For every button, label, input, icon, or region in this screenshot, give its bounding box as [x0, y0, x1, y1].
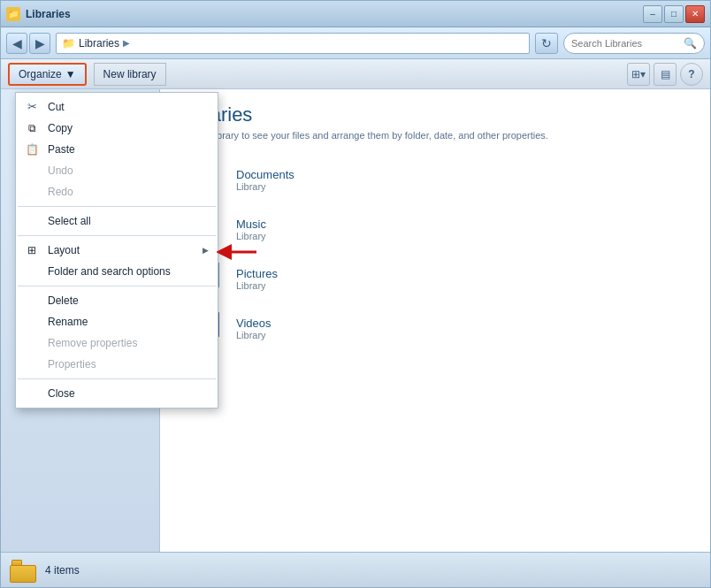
menu-item-copy[interactable]: ⧉ Copy: [16, 118, 218, 139]
menu-item-close[interactable]: Close: [16, 383, 218, 404]
window-icon: 📁: [6, 7, 20, 21]
nav-buttons: ◀ ▶: [6, 33, 50, 54]
menu-item-rename-label: Rename: [48, 316, 88, 328]
status-bar: 4 items: [1, 552, 710, 587]
menu-item-selectall-label: Select all: [48, 215, 91, 227]
menu-separator-2: [18, 235, 216, 236]
menu-item-properties: Properties: [16, 354, 218, 375]
maximize-button[interactable]: □: [664, 5, 684, 23]
close-menu-icon: [25, 386, 39, 401]
documents-name: Documents: [236, 168, 294, 181]
help-button[interactable]: ?: [680, 63, 703, 86]
organize-menu: ✂ Cut ⧉ Copy 📋 Paste Undo Redo: [15, 92, 218, 409]
menu-separator-3: [18, 286, 216, 286]
music-info: Music Library: [236, 218, 266, 241]
search-input[interactable]: [571, 38, 680, 49]
organize-arrow: ▼: [65, 68, 76, 80]
menu-item-removeprops-label: Remove properties: [48, 337, 137, 349]
back-button[interactable]: ◀: [6, 33, 27, 54]
menu-item-delete[interactable]: Delete: [16, 290, 218, 311]
menu-item-folderopts[interactable]: Folder and search options: [16, 261, 218, 282]
path-arrow: ▶: [123, 38, 130, 48]
library-item-documents[interactable]: Documents Library: [178, 158, 692, 201]
menu-item-removeprops: Remove properties: [16, 332, 218, 354]
menu-item-redo-label: Redo: [48, 186, 73, 198]
menu-item-close-label: Close: [48, 387, 75, 400]
menu-item-paste-label: Paste: [48, 143, 75, 156]
pictures-name: Pictures: [236, 267, 278, 280]
library-item-music[interactable]: ♫ Music Library: [178, 208, 692, 250]
properties-icon: [25, 357, 39, 371]
main-panel: Libraries Open a library to see your fil…: [160, 89, 710, 552]
toolbar: Organize ▼ ✂ Cut ⧉ Copy 📋 Paste: [1, 59, 710, 89]
menu-item-properties-label: Properties: [48, 358, 96, 370]
change-view-button[interactable]: ⊞▾: [627, 63, 650, 86]
rename-icon: [25, 315, 39, 329]
path-root: Libraries: [79, 37, 119, 50]
organize-button[interactable]: Organize ▼: [8, 63, 87, 86]
music-type: Library: [236, 231, 266, 241]
library-item-videos[interactable]: Videos Library: [178, 307, 692, 349]
menu-item-cut-label: Cut: [48, 101, 65, 113]
menu-separator-4: [18, 378, 216, 379]
address-bar: ◀ ▶ 📁 Libraries ▶ ↻ 🔍: [1, 27, 710, 59]
status-folder-icon: [10, 558, 36, 583]
toolbar-right: ⊞▾ ▤ ?: [627, 63, 703, 86]
page-subtitle: Open a library to see your files and arr…: [178, 130, 692, 141]
menu-item-undo: Undo: [16, 160, 218, 181]
pictures-info: Pictures Library: [236, 267, 278, 291]
window: 📁 Libraries – □ ✕ ◀ ▶ 📁 Libraries ▶ ↻ 🔍 …: [0, 0, 711, 588]
new-library-button[interactable]: New library: [94, 63, 166, 86]
menu-item-paste[interactable]: 📋 Paste: [16, 139, 218, 160]
documents-type: Library: [236, 181, 294, 192]
selectall-icon: [25, 214, 39, 228]
minimize-button[interactable]: –: [643, 5, 662, 23]
documents-info: Documents Library: [236, 168, 294, 192]
title-bar: 📁 Libraries – □ ✕: [1, 1, 710, 27]
videos-type: Library: [236, 330, 271, 340]
preview-pane-button[interactable]: ▤: [654, 63, 677, 86]
refresh-button[interactable]: ↻: [535, 33, 558, 54]
forward-button[interactable]: ▶: [29, 33, 50, 54]
library-list: Documents Library ♫ Music Library: [178, 158, 692, 349]
pictures-type: Library: [236, 280, 278, 291]
page-title: Libraries: [178, 103, 692, 126]
copy-icon: ⧉: [25, 121, 39, 135]
window-title: Libraries: [26, 8, 71, 20]
search-box[interactable]: 🔍: [563, 33, 705, 54]
menu-item-delete-label: Delete: [48, 294, 79, 307]
organize-label: Organize: [19, 68, 62, 80]
organize-dropdown-wrapper: Organize ▼ ✂ Cut ⧉ Copy 📋 Paste: [8, 63, 87, 86]
menu-item-rename[interactable]: Rename: [16, 311, 218, 332]
search-icon: 🔍: [684, 37, 697, 50]
menu-item-layout-label: Layout: [48, 244, 80, 256]
menu-item-redo: Redo: [16, 181, 218, 202]
menu-item-folderopts-label: Folder and search options: [48, 265, 171, 278]
title-bar-left: 📁 Libraries: [6, 7, 71, 21]
menu-item-undo-label: Undo: [48, 164, 73, 177]
address-path[interactable]: 📁 Libraries ▶: [56, 33, 530, 54]
videos-info: Videos Library: [236, 317, 271, 340]
delete-icon: [25, 294, 39, 308]
layout-icon: ⊞: [25, 243, 39, 257]
window-controls: – □ ✕: [643, 5, 705, 23]
folderopts-icon: [25, 264, 39, 279]
close-window-button[interactable]: ✕: [685, 5, 705, 23]
menu-item-cut[interactable]: ✂ Cut: [16, 96, 218, 118]
menu-item-selectall[interactable]: Select all: [16, 210, 218, 232]
menu-item-copy-label: Copy: [48, 122, 73, 134]
videos-name: Videos: [236, 317, 271, 330]
menu-item-layout[interactable]: ⊞ Layout: [16, 240, 218, 261]
undo-icon: [25, 164, 39, 178]
library-item-pictures[interactable]: Pictures Library: [178, 257, 692, 300]
music-name: Music: [236, 218, 266, 231]
scissors-icon: ✂: [25, 100, 39, 114]
redo-icon: [25, 185, 39, 199]
folder-icon-small: 📁: [62, 37, 75, 50]
paste-icon: 📋: [25, 142, 39, 157]
menu-separator-1: [18, 206, 216, 207]
removeprops-icon: [25, 336, 39, 350]
status-item-count: 4 items: [45, 564, 80, 577]
